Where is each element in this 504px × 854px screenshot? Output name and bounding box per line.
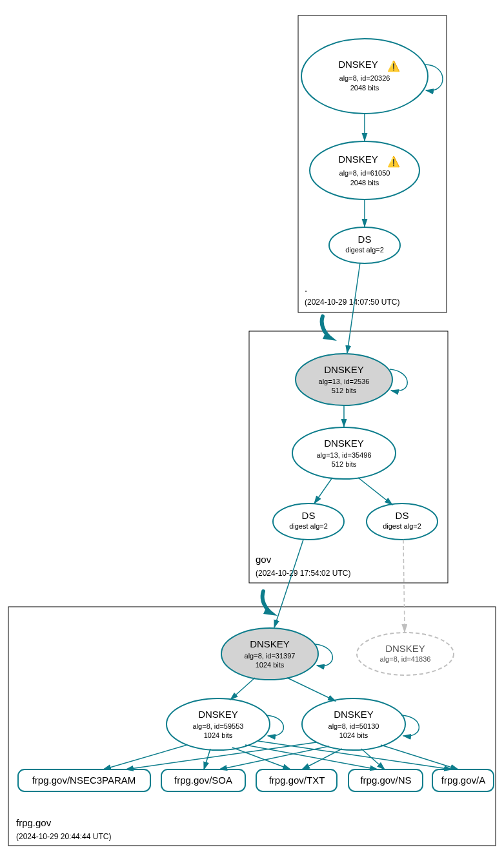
- edge-frpgksk-zsk2: [287, 678, 336, 701]
- edge-govds1-frpgksk: [274, 540, 303, 627]
- rr-nsec3-label: frpg.gov/NSEC3PARAM: [32, 775, 136, 786]
- frpg-zsk1-alg: alg=8, id=59553: [193, 722, 244, 730]
- node-frpg-zsk2: DNSKEY alg=8, id=50130 1024 bits: [302, 698, 405, 750]
- root-ds-alg: digest alg=2: [345, 246, 384, 254]
- rr-txt-label: frpg.gov/TXT: [269, 775, 325, 786]
- frpg-inactive-title: DNSKEY: [385, 643, 425, 654]
- frpg-ksk-title: DNSKEY: [250, 638, 290, 649]
- gov-ds1-title: DS: [302, 510, 316, 521]
- frpg-zsk2-bits: 1024 bits: [339, 731, 368, 739]
- edge-frpgksk-zsk1: [230, 678, 255, 700]
- gov-ksk-alg: alg=13, id=2536: [319, 378, 370, 385]
- edge-zsk1-nsec3: [103, 745, 187, 769]
- gov-ds2-alg: digest alg=2: [383, 522, 421, 530]
- root-ksk-title: DNSKEY: [338, 59, 378, 70]
- edge-zsk1-txt: [232, 747, 290, 769]
- node-gov-ds1: DS digest alg=2: [273, 503, 344, 540]
- zone-gov-time: (2024-10-29 17:54:02 UTC): [256, 569, 350, 578]
- gov-zsk-bits: 512 bits: [332, 460, 357, 468]
- rr-nsec3param: frpg.gov/NSEC3PARAM: [18, 769, 150, 791]
- edge-rootds-govksk: [347, 263, 360, 353]
- frpg-zsk1-bits: 1024 bits: [204, 731, 233, 739]
- node-frpg-ksk: DNSKEY alg=8, id=31397 1024 bits: [221, 628, 318, 680]
- rr-ns: frpg.gov/NS: [348, 769, 423, 791]
- node-gov-ds2: DS digest alg=2: [367, 503, 438, 540]
- svg-point-10: [367, 503, 438, 540]
- root-zsk-bits: 2048 bits: [350, 179, 379, 187]
- gov-ds1-alg: digest alg=2: [289, 522, 328, 530]
- gov-ds2-title: DS: [396, 510, 409, 521]
- warning-icon: ⚠️: [387, 156, 400, 168]
- frpg-zsk2-title: DNSKEY: [334, 709, 374, 720]
- frpg-ksk-bits: 1024 bits: [256, 661, 285, 669]
- edge-zsk1-soa: [204, 749, 210, 769]
- zone-gov-label: gov: [256, 554, 272, 565]
- edge-govds2-inactive: [403, 540, 405, 632]
- root-ksk-alg: alg=8, id=20326: [339, 74, 390, 82]
- rr-soa: frpg.gov/SOA: [161, 769, 245, 791]
- rr-soa-label: frpg.gov/SOA: [174, 775, 232, 786]
- frpg-zsk2-alg: alg=8, id=50130: [328, 722, 379, 730]
- rr-ns-label: frpg.gov/NS: [360, 775, 411, 786]
- warning-icon: ⚠️: [387, 60, 400, 72]
- root-zsk-alg: alg=8, id=61050: [339, 169, 390, 177]
- node-gov-zsk: DNSKEY alg=13, id=35496 512 bits: [292, 427, 396, 479]
- edge-govzsk-ds1: [314, 478, 332, 503]
- svg-point-9: [273, 503, 344, 540]
- node-gov-ksk: DNSKEY alg=13, id=2536 512 bits: [296, 354, 392, 405]
- frpg-zsk1-title: DNSKEY: [198, 709, 238, 720]
- node-root-ksk: DNSKEY ⚠️ alg=8, id=20326 2048 bits: [301, 39, 428, 114]
- frpg-ksk-alg: alg=8, id=31397: [245, 652, 296, 660]
- rr-a: frpg.gov/A: [432, 769, 494, 791]
- edge-zsk2-a: [381, 745, 458, 769]
- root-ds-title: DS: [358, 234, 372, 245]
- root-ksk-bits: 2048 bits: [350, 84, 379, 92]
- zone-frpg-label: frpg.gov: [16, 817, 52, 828]
- gov-ksk-title: DNSKEY: [324, 364, 364, 375]
- root-zsk-title: DNSKEY: [338, 154, 378, 165]
- gov-zsk-title: DNSKEY: [324, 438, 364, 449]
- node-root-zsk: DNSKEY ⚠️ alg=8, id=61050 2048 bits: [310, 141, 419, 199]
- edge-zsk2-txt: [302, 749, 342, 769]
- frpg-inactive-alg: alg=8, id=41836: [380, 655, 431, 663]
- svg-text:DNSKEY: DNSKEY: [338, 154, 378, 165]
- svg-text:DNSKEY: DNSKEY: [338, 59, 378, 70]
- rr-txt: frpg.gov/TXT: [256, 769, 337, 791]
- zone-frpg-time: (2024-10-29 20:44:44 UTC): [16, 832, 111, 841]
- svg-point-13: [357, 633, 454, 675]
- node-root-ds: DS digest alg=2: [329, 227, 400, 263]
- zone-root-label: .: [305, 283, 307, 294]
- rr-a-label: frpg.gov/A: [441, 775, 485, 786]
- node-frpg-zsk1: DNSKEY alg=8, id=59553 1024 bits: [166, 698, 270, 750]
- node-frpg-inactive: DNSKEY alg=8, id=41836: [357, 633, 454, 675]
- gov-ksk-bits: 512 bits: [332, 387, 357, 394]
- zone-root-time: (2024-10-29 14:07:50 UTC): [305, 298, 399, 307]
- svg-point-5: [329, 227, 400, 263]
- gov-zsk-alg: alg=13, id=35496: [316, 451, 371, 459]
- edge-govzsk-ds2: [358, 478, 392, 505]
